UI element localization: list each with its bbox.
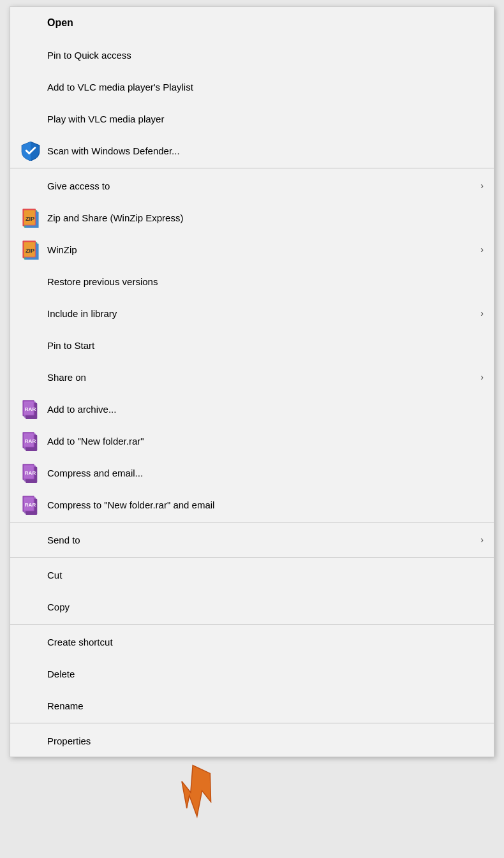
menu-item-pin-quick-access[interactable]: Pin to Quick access bbox=[10, 39, 494, 71]
menu-item-label-include-library: Include in library bbox=[47, 308, 475, 319]
defender-icon bbox=[20, 140, 41, 161]
submenu-arrow-share-on: › bbox=[480, 372, 484, 382]
no-icon bbox=[20, 271, 41, 292]
menu-item-give-access[interactable]: Give access to› bbox=[10, 170, 494, 202]
menu-item-label-pin-start: Pin to Start bbox=[47, 340, 484, 351]
svg-text:ZIP: ZIP bbox=[26, 248, 34, 254]
menu-item-label-compress-email: Compress and email... bbox=[47, 468, 484, 478]
svg-text:RAR: RAR bbox=[25, 502, 36, 508]
menu-item-compress-email[interactable]: RAR Compress and email... bbox=[10, 457, 494, 489]
menu-item-label-share-on: Share on bbox=[47, 372, 475, 383]
no-icon bbox=[20, 730, 41, 751]
rar-icon: RAR bbox=[20, 462, 41, 483]
arrow-pointer bbox=[169, 764, 226, 823]
menu-item-scan-defender[interactable]: Scan with Windows Defender... bbox=[10, 135, 494, 166]
no-icon bbox=[20, 596, 41, 617]
submenu-arrow-give-access: › bbox=[480, 181, 484, 191]
menu-item-label-properties: Properties bbox=[47, 736, 484, 746]
menu-item-label-zip-share: Zip and Share (WinZip Express) bbox=[47, 212, 484, 223]
no-icon bbox=[20, 367, 41, 387]
separator-after-compress-rar-email bbox=[10, 522, 494, 522]
menu-item-add-archive[interactable]: RAR Add to archive... bbox=[10, 393, 494, 425]
menu-item-cut[interactable]: Cut bbox=[10, 559, 494, 591]
menu-item-zip-share[interactable]: ZIP Zip and Share (WinZip Express) bbox=[10, 202, 494, 233]
menu-item-label-play-vlc: Play with VLC media player bbox=[47, 114, 484, 124]
no-icon bbox=[20, 335, 41, 355]
submenu-arrow-include-library: › bbox=[480, 308, 484, 318]
separator-after-scan-defender bbox=[10, 168, 494, 168]
no-icon bbox=[20, 565, 41, 585]
menu-item-label-pin-quick-access: Pin to Quick access bbox=[47, 50, 484, 61]
menu-item-label-rename: Rename bbox=[47, 700, 484, 711]
menu-item-label-create-shortcut: Create shortcut bbox=[47, 637, 484, 647]
menu-item-label-restore-versions: Restore previous versions bbox=[47, 276, 484, 287]
separator-after-rename bbox=[10, 723, 494, 723]
menu-item-delete[interactable]: Delete bbox=[10, 658, 494, 690]
menu-item-pin-start[interactable]: Pin to Start bbox=[10, 329, 494, 361]
no-icon bbox=[20, 303, 41, 323]
menu-item-copy[interactable]: Copy bbox=[10, 591, 494, 623]
menu-item-label-compress-rar-email: Compress to "New folder.rar" and email bbox=[47, 499, 484, 510]
winzip-icon: ZIP bbox=[20, 207, 41, 228]
context-menu: OpenPin to Quick accessAdd to VLC media … bbox=[10, 6, 494, 757]
menu-item-add-rar[interactable]: RAR Add to "New folder.rar" bbox=[10, 425, 494, 457]
menu-item-restore-versions[interactable]: Restore previous versions bbox=[10, 265, 494, 297]
menu-item-include-library[interactable]: Include in library› bbox=[10, 297, 494, 329]
no-icon bbox=[20, 108, 41, 129]
winzip-icon: ZIP bbox=[20, 239, 41, 260]
svg-text:RAR: RAR bbox=[25, 470, 36, 476]
menu-item-rename[interactable]: Rename bbox=[10, 690, 494, 721]
no-icon bbox=[20, 632, 41, 652]
menu-item-compress-rar-email[interactable]: RAR Compress to "New folder.rar" and ema… bbox=[10, 489, 494, 521]
menu-item-create-shortcut[interactable]: Create shortcut bbox=[10, 626, 494, 658]
menu-item-send-to[interactable]: Send to› bbox=[10, 524, 494, 556]
menu-item-label-cut: Cut bbox=[47, 570, 484, 581]
no-icon bbox=[20, 663, 41, 684]
menu-item-label-scan-defender: Scan with Windows Defender... bbox=[47, 145, 484, 156]
menu-item-properties[interactable]: Properties bbox=[10, 725, 494, 757]
rar-icon: RAR bbox=[20, 399, 41, 419]
rar-icon: RAR bbox=[20, 494, 41, 515]
svg-text:RAR: RAR bbox=[25, 406, 36, 412]
separator-after-send-to bbox=[10, 557, 494, 558]
menu-item-add-vlc-playlist[interactable]: Add to VLC media player's Playlist bbox=[10, 71, 494, 103]
no-icon bbox=[20, 695, 41, 716]
menu-item-label-give-access: Give access to bbox=[47, 181, 475, 191]
rar-icon: RAR bbox=[20, 431, 41, 451]
svg-text:RAR: RAR bbox=[25, 438, 36, 444]
menu-item-label-open: Open bbox=[47, 17, 484, 29]
menu-item-label-send-to: Send to bbox=[47, 535, 475, 545]
no-icon bbox=[20, 45, 41, 65]
menu-item-label-add-rar: Add to "New folder.rar" bbox=[47, 436, 484, 447]
no-icon bbox=[20, 175, 41, 196]
menu-item-label-winzip: WinZip bbox=[47, 244, 475, 255]
separator-after-copy bbox=[10, 624, 494, 625]
menu-item-label-delete: Delete bbox=[47, 669, 484, 679]
submenu-arrow-send-to: › bbox=[480, 535, 484, 545]
svg-marker-36 bbox=[171, 764, 221, 820]
svg-text:ZIP: ZIP bbox=[26, 216, 34, 222]
no-icon bbox=[20, 77, 41, 97]
no-icon bbox=[20, 13, 41, 33]
submenu-arrow-winzip: › bbox=[480, 244, 484, 255]
menu-item-label-add-archive: Add to archive... bbox=[47, 404, 484, 415]
menu-item-play-vlc[interactable]: Play with VLC media player bbox=[10, 103, 494, 135]
menu-item-winzip[interactable]: ZIP WinZip› bbox=[10, 233, 494, 265]
menu-item-open[interactable]: Open bbox=[10, 7, 494, 39]
menu-item-label-copy: Copy bbox=[47, 602, 484, 612]
no-icon bbox=[20, 529, 41, 550]
menu-item-label-add-vlc-playlist: Add to VLC media player's Playlist bbox=[47, 82, 484, 92]
menu-item-share-on[interactable]: Share on› bbox=[10, 361, 494, 393]
